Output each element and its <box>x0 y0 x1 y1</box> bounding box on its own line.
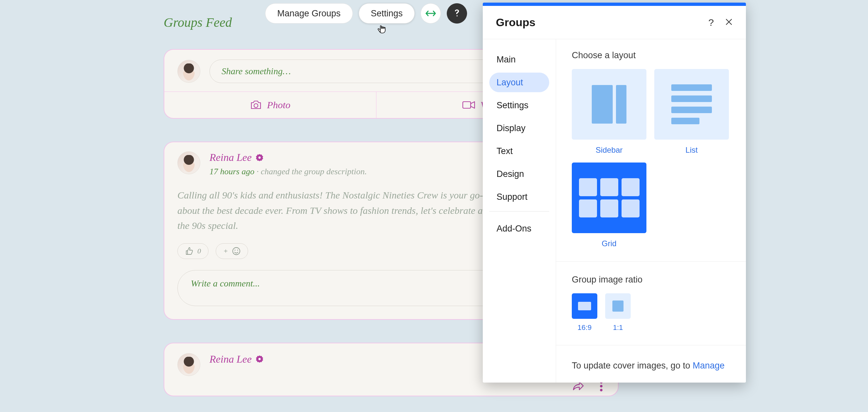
svg-point-3 <box>233 247 240 255</box>
smile-icon <box>232 247 241 255</box>
side-item-support[interactable]: Support <box>489 187 549 207</box>
like-count: 0 <box>197 247 201 255</box>
composer-photo-button[interactable]: Photo <box>164 92 376 118</box>
post-time: 17 hours ago <box>210 167 254 176</box>
post-actions <box>572 381 603 398</box>
side-item-text[interactable]: Text <box>489 141 549 161</box>
resize-horizontal-icon <box>425 10 436 17</box>
layout-heading: Choose a layout <box>572 50 730 61</box>
panel-title: Groups <box>496 16 535 29</box>
layout-option-sidebar[interactable]: Sidebar <box>572 69 646 154</box>
add-reaction-button[interactable]: + <box>216 243 248 259</box>
resize-button[interactable] <box>421 3 441 24</box>
side-item-settings[interactable]: Settings <box>489 96 549 115</box>
avatar[interactable] <box>177 353 200 376</box>
settings-button[interactable]: Settings <box>359 3 415 24</box>
layout-option-label: List <box>654 145 729 154</box>
side-item-main[interactable]: Main <box>489 50 549 69</box>
panel-sidebar: Main Layout Settings Display Text Design… <box>483 39 556 383</box>
panel-help-button[interactable]: ? <box>708 17 714 28</box>
side-item-display[interactable]: Display <box>489 118 549 138</box>
like-button[interactable]: 0 <box>177 243 209 259</box>
side-item-design[interactable]: Design <box>489 164 549 184</box>
manage-groups-button[interactable]: Manage Groups <box>265 3 353 24</box>
svg-point-4 <box>234 249 235 250</box>
avatar[interactable] <box>177 60 200 83</box>
plus-icon: + <box>223 247 228 255</box>
svg-point-2 <box>258 156 260 159</box>
avatar[interactable] <box>177 151 200 174</box>
post-activity: · changed the group description. <box>257 167 367 176</box>
ratio-option-1-1[interactable]: 1:1 <box>605 293 631 332</box>
question-icon <box>454 8 460 18</box>
svg-rect-1 <box>463 102 471 108</box>
svg-point-9 <box>600 389 602 391</box>
camera-icon <box>250 100 262 110</box>
post-meta: 17 hours ago · changed the group descrip… <box>210 167 367 177</box>
ratio-label: 1:1 <box>605 323 631 332</box>
verified-badge-icon <box>256 154 264 162</box>
side-item-addons[interactable]: Add-Ons <box>489 219 549 238</box>
cover-note: To update cover images, go to Manage <box>572 359 730 372</box>
settings-panel: Groups ? Main Layout Settings Display Te… <box>483 3 746 383</box>
verified-badge-icon <box>256 355 264 363</box>
side-item-layout[interactable]: Layout <box>489 73 549 92</box>
svg-point-0 <box>254 104 258 108</box>
ratio-label: 16:9 <box>572 323 597 332</box>
thumb-up-icon <box>185 247 193 255</box>
panel-main: Choose a layout Sidebar List Grid Group … <box>556 39 746 383</box>
help-button[interactable] <box>447 3 467 24</box>
close-icon <box>725 18 733 26</box>
panel-header: Groups ? <box>483 6 746 39</box>
page-title: Groups Feed <box>164 15 232 30</box>
ratio-heading: Group image ratio <box>572 275 730 285</box>
post-author-name: Reina Lee <box>210 353 252 365</box>
post-author-name: Reina Lee <box>210 151 252 164</box>
manage-groups-link[interactable]: Manage <box>692 360 725 371</box>
layout-option-grid[interactable]: Grid <box>572 163 646 248</box>
post-author[interactable]: Reina Lee <box>210 353 264 365</box>
svg-point-8 <box>600 385 602 387</box>
cover-note-text: To update cover images, go to <box>572 360 692 371</box>
layout-option-list[interactable]: List <box>654 69 729 154</box>
composer-photo-label: Photo <box>267 99 291 110</box>
panel-close-button[interactable] <box>725 17 733 28</box>
layout-option-label: Grid <box>572 239 646 248</box>
post-author[interactable]: Reina Lee <box>210 151 367 164</box>
ratio-option-16-9[interactable]: 16:9 <box>572 293 597 332</box>
toolbar: Manage Groups Settings <box>265 3 467 24</box>
video-icon <box>462 100 475 109</box>
layout-option-label: Sidebar <box>572 145 646 154</box>
svg-point-6 <box>258 358 260 360</box>
svg-point-5 <box>237 249 238 250</box>
